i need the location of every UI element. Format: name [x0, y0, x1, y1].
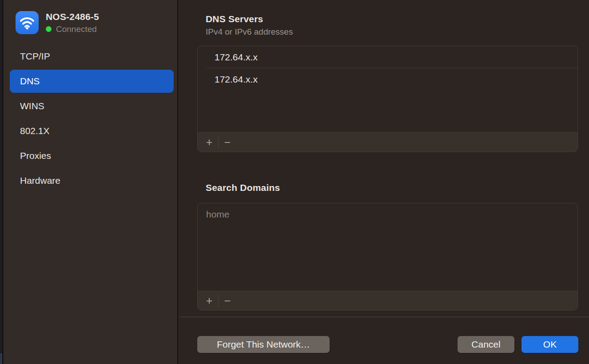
dns-server-entry[interactable]: 172.64.x.x [198, 46, 577, 68]
connected-status-label: Connected [56, 24, 97, 34]
sidebar-item-tcpip[interactable]: TCP/IP [10, 45, 174, 68]
dns-servers-list-controls: + − [198, 132, 577, 152]
dns-settings-panel: DNS Servers IPv4 or IPv6 addresses 172.6… [179, 0, 589, 364]
add-dns-server-button[interactable]: + [200, 133, 218, 152]
dns-servers-title: DNS Servers [206, 14, 263, 24]
dns-servers-list: 172.64.x.x 172.64.x.x + − [197, 46, 578, 152]
wifi-icon [16, 11, 39, 34]
sidebar-item-dns[interactable]: DNS [10, 70, 174, 93]
add-search-domain-button[interactable]: + [200, 291, 218, 311]
sidebar-item-hardware[interactable]: Hardware [10, 169, 174, 192]
ok-button[interactable]: OK [521, 336, 578, 353]
sidebar-item-8021x[interactable]: 802.1X [10, 119, 174, 142]
footer-divider [179, 317, 589, 317]
underlying-window-edge [0, 0, 3, 364]
network-meta: NOS-2486-5 Connected [46, 12, 99, 34]
search-domain-entry[interactable]: home [198, 203, 577, 225]
network-header: NOS-2486-5 Connected [16, 11, 99, 34]
dns-servers-subtitle: IPv4 or IPv6 addresses [206, 27, 293, 37]
connected-status-dot [46, 26, 52, 32]
search-domains-list-controls: + − [198, 291, 577, 310]
network-details-sheet: NOS-2486-5 Connected TCP/IP DNS WINS 802… [0, 0, 589, 364]
forget-network-button[interactable]: Forget This Network… [197, 336, 330, 353]
dns-server-entry[interactable]: 172.64.x.x [198, 68, 577, 90]
network-status: Connected [46, 24, 99, 34]
settings-nav: TCP/IP DNS WINS 802.1X Proxies Hardware [10, 45, 174, 194]
cancel-button[interactable]: Cancel [458, 336, 514, 353]
search-domains-title: Search Domains [206, 182, 280, 193]
sidebar-item-proxies[interactable]: Proxies [10, 144, 174, 167]
sidebar-item-wins[interactable]: WINS [10, 95, 174, 118]
network-name: NOS-2486-5 [46, 12, 99, 22]
sidebar: NOS-2486-5 Connected TCP/IP DNS WINS 802… [4, 0, 178, 364]
remove-dns-server-button[interactable]: − [219, 133, 236, 152]
remove-search-domain-button[interactable]: − [219, 291, 236, 311]
search-domains-list: home + − [197, 203, 578, 311]
